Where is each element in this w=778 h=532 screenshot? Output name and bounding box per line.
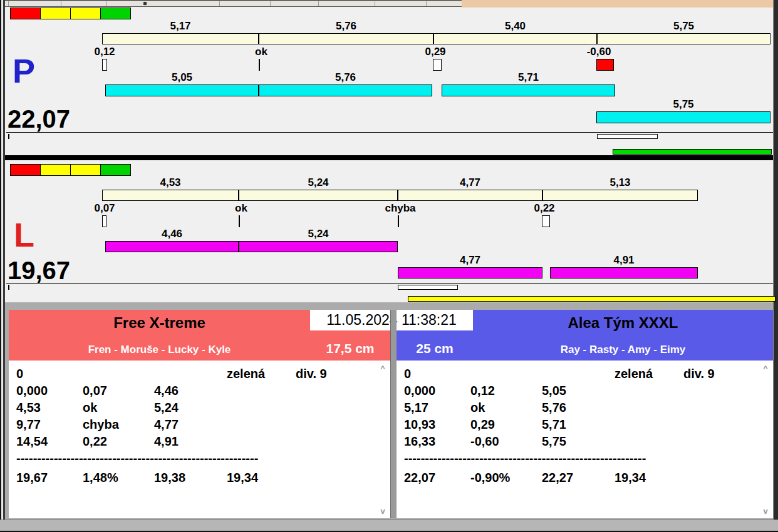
run-bar (105, 84, 259, 96)
marker-tick (259, 59, 260, 71)
table-cell: 0 (16, 366, 23, 382)
legend-swatch (10, 8, 41, 19)
table-cell: 0 (404, 366, 411, 382)
run-bar (398, 267, 542, 279)
run-bar-label: 4,91 (550, 254, 698, 267)
aux-bar-white (597, 134, 658, 139)
table-cell: -0,60 (470, 433, 499, 450)
baseline-tick (8, 285, 9, 290)
table-cell: 5,71 (542, 416, 566, 433)
table-cell: -0,90% (470, 469, 510, 486)
toolbar-marker-icon (143, 2, 147, 5)
team-left-name: Free X-treme (9, 315, 310, 331)
lane-letter: P (13, 54, 35, 88)
table-cell: div. 9 (296, 366, 327, 382)
marker-label: 0,12 (70, 46, 140, 58)
table-cell: ok (83, 399, 97, 416)
table-cell: 4,53 (16, 399, 41, 416)
lane-total-time: 19,67 (8, 258, 70, 283)
table-dashed-separator: ----------------------------------------… (16, 450, 258, 467)
table-cell: 5,75 (542, 433, 566, 450)
scrollbar-down-icon[interactable]: v (378, 507, 388, 516)
aux-bar-colored (613, 149, 772, 155)
panel-divider (390, 310, 397, 518)
split-segment-bar (239, 190, 398, 201)
table-cell: 10,93 (404, 416, 435, 433)
table-cell: 16,33 (404, 433, 435, 450)
split-segment-label: 5,40 (433, 20, 597, 33)
run-bar-label: 4,46 (105, 228, 239, 240)
run-bar (259, 84, 432, 96)
aux-bar-white (398, 285, 458, 290)
toolbar-separator (426, 1, 427, 6)
table-cell: 5,05 (542, 382, 566, 399)
marker-label: -0,60 (564, 46, 634, 58)
marker-label: ok (206, 202, 276, 215)
split-segment-label: 4,77 (398, 176, 542, 189)
table-cell: 19,34 (227, 469, 258, 486)
result-panel-right[interactable]: 0zelenádiv. 90,0000,125,055,17ok5,7610,9… (397, 361, 773, 518)
split-segment-bar (259, 33, 433, 44)
flyball-timing-window: P22,075,175,765,405,750,12ok0,29-0,605,0… (0, 0, 778, 532)
marker-box (433, 59, 442, 71)
toolbar-separator (318, 1, 319, 6)
result-panel-left[interactable]: 0zelenádiv. 90,0000,074,464,53ok5,249,77… (9, 361, 390, 518)
split-segment-bar (102, 190, 239, 201)
run-bar (550, 267, 698, 279)
toolbar-separator (375, 1, 375, 6)
run-bar-label: 5,24 (239, 228, 398, 240)
marker-label: 0,07 (70, 202, 140, 215)
legend-swatch (40, 164, 71, 176)
split-segment-label: 4,53 (102, 176, 239, 189)
scrollbar-down-icon[interactable]: v (760, 507, 770, 516)
split-segment-bar (433, 33, 597, 44)
legend-swatch (70, 164, 101, 176)
lane-letter: L (14, 218, 34, 252)
run-bar (442, 84, 615, 96)
table-dashed-separator: ----------------------------------------… (404, 450, 646, 467)
scrollbar-up-icon[interactable]: ^ (760, 364, 770, 373)
legend-swatch (100, 164, 131, 176)
run-bar-label: 5,05 (105, 71, 259, 84)
table-cell: 0,000 (404, 382, 435, 399)
marker-box (596, 59, 614, 71)
marker-box (102, 215, 106, 227)
table-cell: 22,27 (542, 469, 573, 486)
table-cell: ok (470, 399, 485, 416)
table-cell: 14,54 (16, 433, 48, 450)
toolbar-separator (270, 1, 271, 6)
table-cell: 22,07 (404, 469, 435, 486)
run-bar (105, 241, 239, 252)
table-cell: div. 9 (683, 366, 715, 382)
split-segment-label: 5,24 (239, 176, 398, 189)
table-cell: zelená (227, 366, 265, 382)
lane-baseline (6, 132, 773, 133)
team-right-jump-height: 25 cm (397, 341, 473, 356)
scrollbar-up-icon[interactable]: ^ (378, 364, 388, 373)
baseline-tick (8, 134, 9, 139)
legend-swatch (40, 8, 71, 19)
split-segment-label: 5,75 (597, 20, 770, 33)
table-cell: 5,76 (542, 399, 566, 416)
run-bar-label: 5,75 (596, 98, 770, 111)
run-bar (239, 241, 398, 252)
table-cell: 19,38 (154, 469, 185, 486)
table-cell: 1,48% (83, 469, 118, 486)
toolbar-separator (8, 1, 9, 6)
split-segment-bar (398, 190, 542, 201)
lane-baseline (6, 283, 773, 284)
marker-box (542, 215, 550, 227)
table-cell: 5,24 (154, 399, 179, 416)
toolbar-separator (106, 1, 107, 6)
table-cell: 0,12 (470, 382, 495, 399)
team-right-name: Alea Tým XXXL (473, 315, 773, 331)
lane-total-time: 22,07 (8, 106, 70, 131)
marker-tick (398, 215, 399, 227)
lanes-chart-area: P22,075,175,765,405,750,12ok0,29-0,605,0… (0, 0, 778, 302)
table-cell: 4,77 (154, 416, 179, 433)
table-cell: 4,46 (154, 382, 179, 399)
table-cell: chyba (83, 416, 119, 433)
table-cell: 5,17 (404, 399, 428, 416)
marker-label: 0,22 (509, 202, 579, 215)
legend-swatch (10, 164, 41, 176)
